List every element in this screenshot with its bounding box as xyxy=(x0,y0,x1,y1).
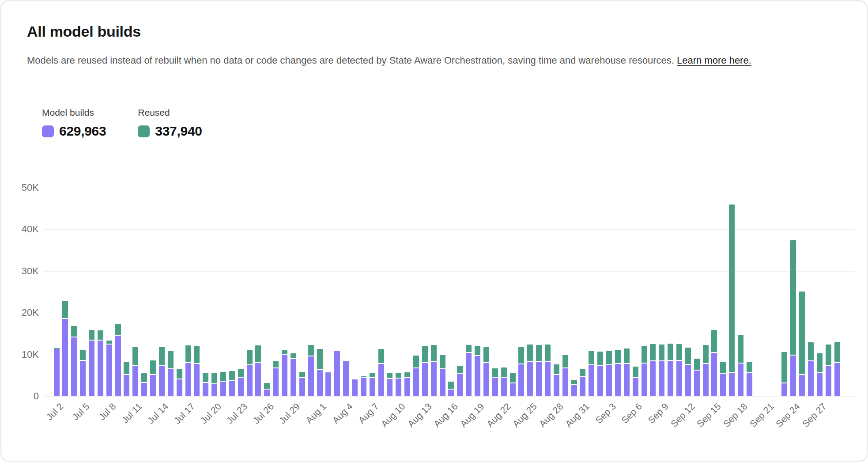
bar-reused[interactable] xyxy=(194,346,200,364)
bar-model-builds[interactable] xyxy=(720,374,726,396)
bar-model-builds[interactable] xyxy=(799,375,805,396)
bar-reused[interactable] xyxy=(413,356,419,368)
bar-reused[interactable] xyxy=(141,373,147,383)
bar-reused[interactable] xyxy=(150,360,156,375)
bar-model-builds[interactable] xyxy=(396,379,401,396)
bar-reused[interactable] xyxy=(475,346,480,356)
bar-reused[interactable] xyxy=(781,352,787,383)
bar-reused[interactable] xyxy=(159,347,165,366)
bar-reused[interactable] xyxy=(536,345,542,362)
bar-reused[interactable] xyxy=(98,330,103,341)
bar-reused[interactable] xyxy=(747,362,752,373)
bar-model-builds[interactable] xyxy=(255,363,261,397)
bar-model-builds[interactable] xyxy=(273,368,279,396)
bar-model-builds[interactable] xyxy=(264,390,270,396)
bar-reused[interactable] xyxy=(168,351,174,369)
bar-reused[interactable] xyxy=(229,371,235,381)
bar-model-builds[interactable] xyxy=(492,378,498,397)
bar-model-builds[interactable] xyxy=(98,341,103,397)
bar-reused[interactable] xyxy=(124,362,129,375)
bar-reused[interactable] xyxy=(685,348,691,365)
bar-reused[interactable] xyxy=(606,351,612,365)
bar-model-builds[interactable] xyxy=(510,383,516,396)
bar-model-builds[interactable] xyxy=(659,361,664,396)
bar-model-builds[interactable] xyxy=(247,365,253,396)
bar-model-builds[interactable] xyxy=(132,366,138,396)
bar-model-builds[interactable] xyxy=(589,365,594,396)
bar-reused[interactable] xyxy=(238,369,244,378)
bar-reused[interactable] xyxy=(554,364,559,375)
bar-model-builds[interactable] xyxy=(624,364,630,396)
bar-reused[interactable] xyxy=(317,349,323,370)
bar-model-builds[interactable] xyxy=(106,345,112,396)
bar-model-builds[interactable] xyxy=(527,362,533,396)
bar-reused[interactable] xyxy=(211,373,217,384)
bar-model-builds[interactable] xyxy=(291,359,296,396)
bar-reused[interactable] xyxy=(817,353,823,373)
bar-model-builds[interactable] xyxy=(220,382,226,396)
bar-model-builds[interactable] xyxy=(834,363,840,396)
bar-model-builds[interactable] xyxy=(536,362,542,396)
bar-model-builds[interactable] xyxy=(54,349,60,396)
bar-model-builds[interactable] xyxy=(685,365,691,396)
bar-model-builds[interactable] xyxy=(238,378,244,397)
bar-model-builds[interactable] xyxy=(89,341,94,397)
bar-reused[interactable] xyxy=(624,348,630,364)
bar-model-builds[interactable] xyxy=(115,336,121,396)
bar-model-builds[interactable] xyxy=(711,353,717,396)
bar-model-builds[interactable] xyxy=(562,368,568,396)
bar-reused[interactable] xyxy=(510,373,516,383)
bar-reused[interactable] xyxy=(483,347,489,364)
bar-model-builds[interactable] xyxy=(317,370,323,397)
bar-reused[interactable] xyxy=(545,345,551,362)
bar-reused[interactable] xyxy=(694,359,700,370)
bar-model-builds[interactable] xyxy=(422,363,428,397)
bar-reused[interactable] xyxy=(440,355,445,369)
bar-reused[interactable] xyxy=(642,346,647,364)
bar-reused[interactable] xyxy=(378,349,384,364)
bar-model-builds[interactable] xyxy=(387,379,392,396)
bar-reused[interactable] xyxy=(650,344,656,361)
bar-reused[interactable] xyxy=(676,344,682,361)
bar-model-builds[interactable] xyxy=(554,375,559,396)
bar-reused[interactable] xyxy=(518,347,524,365)
bar-model-builds[interactable] xyxy=(159,366,165,396)
bar-reused[interactable] xyxy=(177,369,182,380)
bar-model-builds[interactable] xyxy=(738,364,743,396)
bar-model-builds[interactable] xyxy=(729,373,735,396)
bar-model-builds[interactable] xyxy=(457,374,463,396)
bar-reused[interactable] xyxy=(185,345,191,364)
bar-model-builds[interactable] xyxy=(650,361,656,396)
bar-model-builds[interactable] xyxy=(440,369,445,396)
bar-reused[interactable] xyxy=(562,355,568,368)
bar-model-builds[interactable] xyxy=(185,363,191,396)
bar-model-builds[interactable] xyxy=(501,378,507,397)
bar-reused[interactable] xyxy=(790,240,796,356)
bar-model-builds[interactable] xyxy=(299,378,305,397)
bar-model-builds[interactable] xyxy=(282,355,287,396)
bar-reused[interactable] xyxy=(711,330,717,353)
bar-model-builds[interactable] xyxy=(817,373,823,396)
bar-reused[interactable] xyxy=(431,345,437,362)
bar-reused[interactable] xyxy=(826,345,831,366)
bar-reused[interactable] xyxy=(799,292,805,375)
bar-model-builds[interactable] xyxy=(124,375,129,396)
bar-model-builds[interactable] xyxy=(642,364,647,396)
bar-reused[interactable] xyxy=(597,352,603,366)
bar-model-builds[interactable] xyxy=(703,364,709,396)
bar-reused[interactable] xyxy=(492,368,498,378)
bar-model-builds[interactable] xyxy=(483,363,489,396)
bar-reused[interactable] xyxy=(501,367,507,378)
bar-model-builds[interactable] xyxy=(308,356,314,396)
bar-model-builds[interactable] xyxy=(580,377,585,396)
bar-model-builds[interactable] xyxy=(466,353,472,396)
bar-reused[interactable] xyxy=(527,345,533,362)
bar-model-builds[interactable] xyxy=(747,373,752,396)
bar-reused[interactable] xyxy=(703,345,709,364)
bar-model-builds[interactable] xyxy=(448,390,454,396)
bar-model-builds[interactable] xyxy=(431,362,437,396)
bar-reused[interactable] xyxy=(668,344,673,361)
bar-model-builds[interactable] xyxy=(370,378,375,396)
bar-reused[interactable] xyxy=(659,345,664,361)
bar-reused[interactable] xyxy=(255,345,261,363)
